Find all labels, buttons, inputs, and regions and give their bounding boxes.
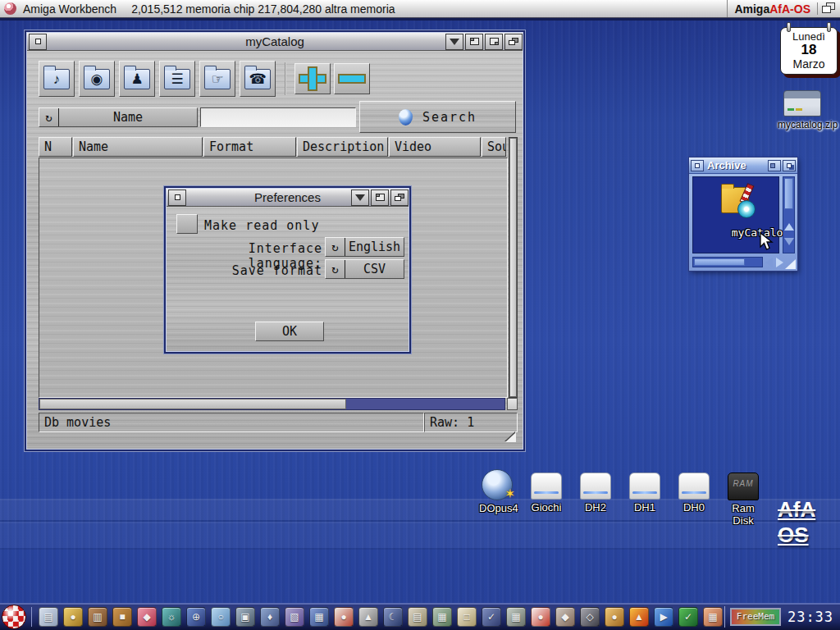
monitor-check-icon[interactable]: ✓ [482,607,501,627]
remove-record-button[interactable] [334,63,370,94]
language-cycle[interactable]: ↻ English [325,237,404,257]
archive-titlebar[interactable]: Archive [689,158,797,174]
books-category-button[interactable]: ☰ [159,61,195,97]
search-input[interactable] [200,107,356,127]
archive-resize-gadget[interactable] [785,259,796,269]
calendar-pin-icon [827,22,831,32]
flame-icon[interactable]: ▲ [629,607,649,627]
archive-hscrollbar[interactable] [692,257,763,267]
memory-status: 2,015,512 memoria chip 217,804,280 altra… [131,2,395,16]
phone-category-button[interactable]: ☎ [240,61,276,97]
calculator-icon[interactable]: ▦ [506,607,526,627]
column-header-video[interactable]: Video [389,137,481,157]
spreadsheet-icon[interactable]: ▦ [432,607,452,627]
preferences-window[interactable]: Preferences Make read only Interface lan… [167,189,409,351]
save-format-value: CSV [345,262,404,276]
hscroll-corner [507,398,518,410]
cycle-icon: ↻ [39,108,59,126]
vscroll-thumb[interactable] [509,138,517,397]
folder-icon: ☎ [244,69,271,89]
file-search-icon[interactable]: ▤ [39,607,58,627]
blocks-icon[interactable]: ♦ [260,607,280,627]
desktop-icon-mycatalog-zip[interactable]: mycatalog.zip [778,90,827,130]
briefcase-icon[interactable]: ■ [112,607,132,627]
monitor-app-icon[interactable]: ▧ [285,607,304,627]
add-record-button[interactable] [294,63,331,94]
screen-depth-gadget[interactable] [817,2,837,15]
archive-content[interactable]: myCatalog [692,176,779,253]
boing-ball-taskbar-icon[interactable] [2,605,26,629]
drive-unit-icon[interactable]: ◇ [580,607,600,627]
depth-gadget[interactable] [783,160,796,171]
notepad-icon[interactable]: □ [457,607,477,627]
cd-writer-icon[interactable]: ● [605,607,624,627]
web-category-button[interactable]: ☞ [199,61,235,97]
mycatalog-program-icon[interactable]: myCatalog [716,184,759,220]
scroll-left-button[interactable] [765,258,773,267]
zoom-gadget[interactable] [768,160,781,171]
scheduler-icon[interactable]: ☾ [383,607,403,627]
desktop-icon-dh1[interactable]: DH1 [627,472,663,527]
island-badge-icon[interactable]: ☼ [162,607,181,627]
scroll-up-button[interactable] [783,220,794,233]
scroll-right-button[interactable] [776,258,783,267]
close-gadget[interactable] [691,160,704,171]
folder-icon: ♟ [124,69,150,89]
vscroll-thumb[interactable] [784,178,793,209]
list-vscrollbar[interactable] [509,137,518,398]
toolbar-separator [285,62,286,95]
desktop-icon-dh2[interactable]: DH2 [578,472,614,527]
search-button-label: Search [422,110,477,125]
table-header-row: NNameFormatDescriptionVideoSour [39,137,507,157]
disk-doc-icon[interactable]: ◆ [555,607,575,627]
scanner-icon[interactable]: ▤ [408,607,427,627]
ok-button[interactable]: OK [255,322,324,341]
column-header-format[interactable]: Format [203,137,296,157]
taskbar-separator [31,607,32,627]
list-hscrollbar[interactable] [39,398,505,410]
red-disk-icon[interactable]: ◆ [137,607,157,627]
toolbox-icon[interactable]: ▲ [358,607,378,627]
music-category-button[interactable]: ♪ [39,61,75,97]
desktop-icon-dopus4[interactable]: DOpus4 [479,472,515,527]
address-book-icon[interactable]: ▥ [88,607,107,627]
games-category-button[interactable]: ♟ [119,61,155,97]
search-globe-icon [399,109,413,126]
preferences-titlebar[interactable]: Preferences [167,189,409,207]
scroll-down-button[interactable] [783,235,794,248]
minus-icon [340,68,364,89]
status-row-count: Raw: 1 [424,413,518,432]
save-format-cycle[interactable]: ↻ CSV [325,259,404,279]
movies-category-button[interactable]: ◉ [79,61,115,97]
hscroll-thumb[interactable] [39,399,346,409]
green-tools-icon[interactable]: ✓ [678,607,698,627]
red-white-ball-icon[interactable]: ● [531,607,550,627]
media-player-icon[interactable]: ▶ [654,607,673,627]
gold-cd-icon[interactable]: ● [63,607,83,627]
desktop-icon-dh0[interactable]: DH0 [676,472,712,527]
hscroll-thumb[interactable] [694,258,745,266]
column-header-sour[interactable]: Sour [482,137,506,157]
paint-ball-icon[interactable]: ● [334,607,354,627]
magnifier-icon[interactable]: ○ [211,607,231,627]
gallery-window-icon[interactable]: ▦ [309,607,329,627]
display-settings-icon[interactable]: ▣ [235,607,255,627]
column-header-name[interactable]: Name [73,137,203,157]
mycatalog-titlebar[interactable]: myCatalog [27,33,523,51]
column-header-description[interactable]: Description [297,137,388,157]
window-resize-gadget[interactable] [503,431,518,444]
search-button[interactable]: Search [359,101,516,133]
search-field-cycle[interactable]: ↻ Name [39,107,198,127]
read-only-checkbox[interactable] [176,214,198,234]
desktop-icon-giochi[interactable]: Giochi [528,472,564,527]
web-globe-icon[interactable]: ⊕ [186,607,206,627]
column-header-n[interactable]: N [39,137,72,157]
search-field-cycle-label: Name [59,110,197,125]
image-viewer-icon[interactable]: ▦ [703,607,723,627]
afa-os-logo: AfA OS [778,497,840,548]
archive-window[interactable]: Archive myCatalog [689,158,797,271]
freemem-gauge[interactable]: FreeMem [730,608,781,626]
archive-title: Archive [707,159,766,171]
drive-label: DH2 [578,501,614,514]
desktop-icon-ram-disk[interactable]: RAMRam Disk [725,472,761,527]
